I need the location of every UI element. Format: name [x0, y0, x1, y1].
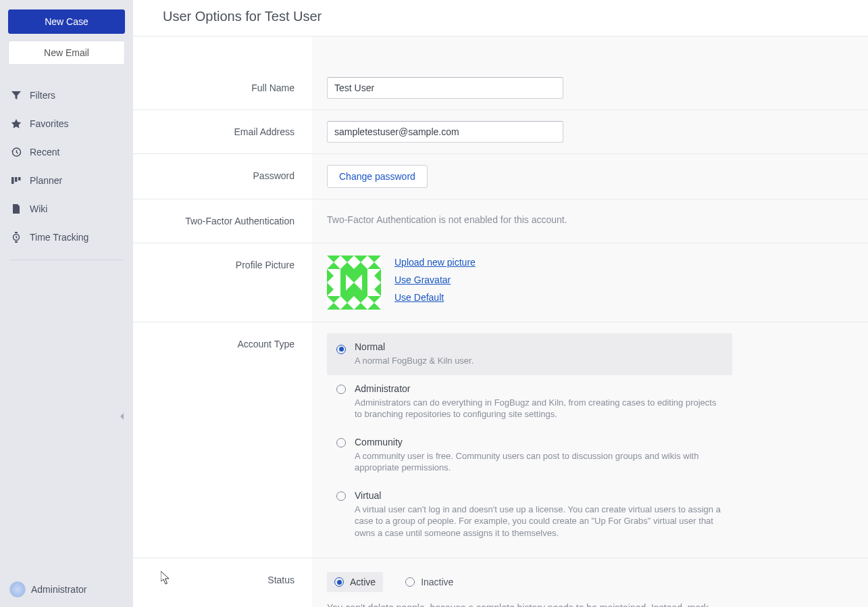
field-row-status: Status Active Inactive You can't delete … [133, 558, 868, 607]
new-email-button[interactable]: New Email [8, 41, 125, 65]
radio-icon [336, 491, 346, 501]
change-password-button[interactable]: Change password [327, 165, 428, 188]
account-type-option-community[interactable]: Community A community user is free. Comm… [327, 429, 732, 482]
field-row-email: Email Address [133, 110, 868, 154]
watch-icon [9, 230, 23, 244]
page-title: User Options for Test User [133, 0, 868, 37]
funnel-icon [9, 89, 23, 102]
status-note: You can't delete people, because a compl… [327, 602, 712, 607]
radio-icon [336, 438, 346, 447]
field-label: Full Name [133, 37, 312, 110]
account-type-option-virtual[interactable]: Virtual A virtual user can't log in and … [327, 482, 732, 548]
radio-title: Active [350, 577, 376, 587]
svg-rect-2 [15, 177, 18, 182]
collapse-sidebar-button[interactable] [118, 412, 129, 423]
sidebar-item-label: Wiki [30, 203, 47, 214]
radio-title: Administrator [355, 383, 723, 394]
sidebar-item-favorites[interactable]: Favorites [0, 110, 133, 138]
sidebar-item-label: Favorites [30, 118, 69, 129]
account-type-option-administrator[interactable]: Administrator Administrators can do ever… [327, 375, 732, 429]
sidebar-item-time-tracking[interactable]: Time Tracking [0, 223, 133, 251]
field-label: Status [133, 558, 312, 607]
document-icon [9, 202, 23, 216]
status-radio-group: Active Inactive [327, 572, 853, 592]
field-row-password: Password Change password [133, 154, 868, 199]
field-label: Password [133, 154, 312, 199]
main-content: User Options for Test User Full Name Ema… [133, 0, 868, 607]
radio-icon [405, 577, 415, 587]
use-gravatar-link[interactable]: Use Gravatar [394, 274, 476, 285]
radio-title: Normal [355, 341, 474, 352]
radio-description: A normal FogBugz & Kiln user. [355, 355, 474, 367]
email-input[interactable] [327, 121, 563, 143]
sidebar-item-filters[interactable]: Filters [0, 81, 133, 110]
radio-description: Administrators can do everything in FogB… [355, 397, 723, 420]
field-label: Two-Factor Authentication [133, 199, 312, 243]
account-type-radio-group: Normal A normal FogBugz & Kiln user. Adm… [327, 333, 732, 547]
radio-description: A virtual user can't log in and doesn't … [355, 504, 723, 539]
sidebar-item-planner[interactable]: Planner [0, 166, 133, 195]
two-factor-status-text: Two-Factor Authentication is not enabled… [327, 214, 567, 225]
radio-icon [336, 385, 346, 394]
upload-picture-link[interactable]: Upload new picture [394, 257, 476, 268]
board-icon [9, 174, 23, 187]
new-case-button[interactable]: New Case [8, 9, 125, 34]
sidebar-item-wiki[interactable]: Wiki [0, 195, 133, 223]
sidebar: New Case New Email Filters Favorites Rec… [0, 0, 133, 607]
avatar-icon [9, 581, 26, 598]
sidebar-divider [9, 260, 124, 260]
use-default-link[interactable]: Use Default [394, 292, 476, 303]
sidebar-item-label: Time Tracking [30, 232, 88, 243]
field-label: Account Type [133, 322, 312, 558]
radio-title: Community [355, 437, 723, 447]
radio-title: Inactive [421, 577, 453, 587]
star-icon [9, 117, 23, 130]
svg-rect-3 [18, 177, 21, 180]
field-label: Profile Picture [133, 243, 312, 322]
profile-picture-avatar [327, 256, 381, 310]
sidebar-item-recent[interactable]: Recent [0, 138, 133, 166]
history-icon [9, 145, 23, 159]
sidebar-item-label: Planner [30, 175, 62, 186]
account-type-option-normal[interactable]: Normal A normal FogBugz & Kiln user. [327, 333, 732, 375]
full-name-input[interactable] [327, 77, 563, 99]
svg-rect-1 [11, 177, 14, 184]
radio-icon [336, 345, 346, 354]
field-row-profile-picture: Profile Picture [133, 243, 868, 322]
current-user-label: Administrator [31, 584, 86, 595]
sidebar-footer[interactable]: Administrator [0, 572, 133, 607]
field-row-account-type: Account Type Normal A normal FogBugz & K… [133, 322, 868, 558]
sidebar-item-label: Filters [30, 90, 55, 101]
radio-title: Virtual [355, 490, 723, 501]
sidebar-item-label: Recent [30, 147, 59, 157]
status-option-active[interactable]: Active [327, 572, 383, 592]
field-label: Email Address [133, 110, 312, 153]
radio-icon [334, 577, 344, 587]
field-row-full-name: Full Name [133, 37, 868, 110]
field-row-two-factor: Two-Factor Authentication Two-Factor Aut… [133, 199, 868, 243]
radio-description: A community user is free. Community user… [355, 450, 723, 474]
status-option-inactive[interactable]: Inactive [398, 572, 461, 592]
